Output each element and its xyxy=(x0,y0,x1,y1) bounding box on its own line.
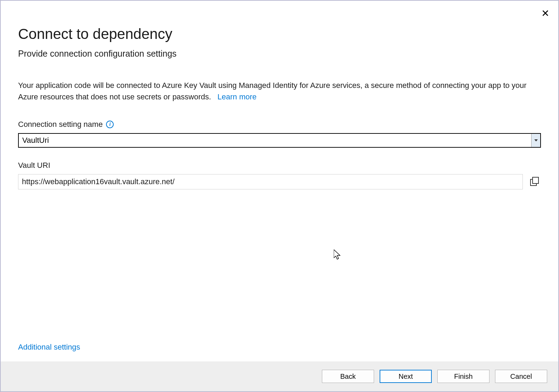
vault-uri-group: Vault URI xyxy=(18,161,541,189)
cancel-button[interactable]: Cancel xyxy=(495,370,547,383)
additional-settings-link[interactable]: Additional settings xyxy=(18,343,541,352)
connection-setting-label: Connection setting name i xyxy=(18,120,541,129)
next-button[interactable]: Next xyxy=(380,370,432,383)
vault-uri-input[interactable] xyxy=(18,174,523,189)
vault-uri-label: Vault URI xyxy=(18,161,541,170)
chevron-down-icon xyxy=(534,139,538,141)
description-text: Your application code will be connected … xyxy=(18,81,527,101)
close-icon: ✕ xyxy=(541,8,549,19)
connect-dependency-dialog: ✕ Connect to dependency Provide connecti… xyxy=(0,0,559,392)
dropdown-arrow-button[interactable] xyxy=(531,134,540,147)
connection-setting-group: Connection setting name i xyxy=(18,120,541,148)
dialog-footer: Back Next Finish Cancel xyxy=(1,361,558,391)
back-button[interactable]: Back xyxy=(322,370,374,383)
dialog-title: Connect to dependency xyxy=(18,26,541,42)
learn-more-link[interactable]: Learn more xyxy=(218,92,257,101)
copy-button[interactable] xyxy=(528,175,541,188)
connection-setting-combobox[interactable] xyxy=(18,133,541,148)
finish-button[interactable]: Finish xyxy=(437,370,489,383)
vault-uri-row xyxy=(18,174,541,189)
dialog-subtitle: Provide connection configuration setting… xyxy=(18,49,541,59)
copy-icon xyxy=(529,177,540,187)
dialog-content: Connect to dependency Provide connection… xyxy=(1,1,558,361)
info-icon[interactable]: i xyxy=(106,121,114,128)
dialog-description: Your application code will be connected … xyxy=(18,80,541,103)
close-button[interactable]: ✕ xyxy=(541,9,549,18)
svg-rect-1 xyxy=(533,177,538,183)
connection-setting-label-text: Connection setting name xyxy=(18,120,103,129)
connection-setting-input[interactable] xyxy=(19,134,531,147)
